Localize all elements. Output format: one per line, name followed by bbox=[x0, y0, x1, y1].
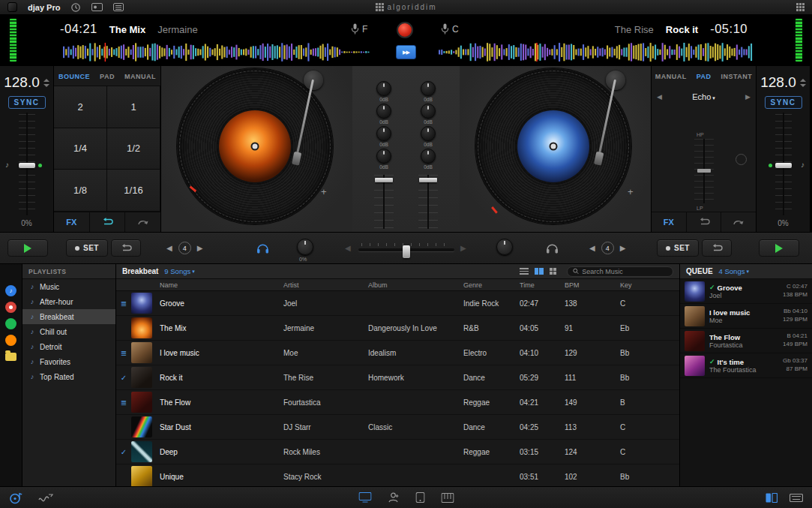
key-lock-icon[interactable]: ♪ bbox=[801, 161, 805, 169]
deck-b-sync-button[interactable]: SYNC bbox=[765, 96, 802, 109]
sidebar-item-after-hour[interactable]: ♪After-hour bbox=[22, 294, 115, 309]
fader-handle[interactable] bbox=[375, 178, 393, 182]
eq-knob[interactable] bbox=[421, 104, 436, 119]
djay-logo-icon[interactable] bbox=[9, 491, 23, 504]
deck-a-time-remaining[interactable]: -04:21 bbox=[60, 22, 97, 36]
channel-b-fader[interactable] bbox=[418, 175, 438, 229]
key-lock-icon[interactable]: ♪ bbox=[5, 161, 9, 169]
mic-icon[interactable] bbox=[351, 23, 359, 35]
column-header-name[interactable]: Name bbox=[160, 281, 283, 289]
queue-count-dropdown[interactable]: 4 Songs▾ bbox=[719, 267, 749, 275]
deck-b-waveform[interactable] bbox=[439, 43, 754, 62]
fx-mix-knob[interactable] bbox=[496, 239, 513, 255]
deck-b-play-button[interactable] bbox=[759, 239, 799, 257]
crossfader-handle[interactable] bbox=[403, 245, 410, 258]
deck-a-slip-button[interactable] bbox=[125, 212, 160, 232]
user-profile-icon[interactable] bbox=[388, 492, 399, 503]
tab-manual[interactable]: MANUAL bbox=[655, 73, 687, 80]
queue-item-groove[interactable]: ✓GrooveJoelC 02:47138 BPM bbox=[680, 279, 812, 304]
vinyl-source-icon[interactable] bbox=[5, 302, 16, 313]
next-effect-arrow[interactable]: ▶ bbox=[745, 93, 751, 101]
deck-b-cue-set-button[interactable]: SET bbox=[657, 239, 699, 257]
files-source-icon[interactable] bbox=[5, 353, 16, 361]
bpm-stepper[interactable] bbox=[800, 79, 806, 87]
fade-prev-icon[interactable]: ◀ bbox=[345, 244, 351, 252]
spotify-source-icon[interactable] bbox=[5, 318, 16, 329]
loop-pad-1[interactable]: 1 bbox=[107, 86, 160, 128]
device-icon[interactable] bbox=[415, 492, 424, 503]
loop-pad-1-4[interactable]: 1/4 bbox=[54, 128, 107, 170]
eq-knob[interactable] bbox=[376, 126, 391, 141]
pitch-slider-handle[interactable] bbox=[775, 163, 792, 168]
bpm-stepper[interactable] bbox=[43, 79, 49, 87]
tab-instant[interactable]: INSTANT bbox=[721, 73, 753, 80]
deck-a-sync-button[interactable]: SYNC bbox=[8, 96, 46, 109]
tab-pad[interactable]: PAD bbox=[100, 73, 115, 80]
deck-b-time-remaining[interactable]: -05:10 bbox=[710, 22, 748, 36]
track-row-deep[interactable]: ✓DeepRock MilesReggae03:15124C bbox=[116, 440, 679, 464]
deck-a-pitch-slider[interactable]: ♪ bbox=[0, 113, 53, 215]
loop-pad-1-2[interactable]: 1/2 bbox=[107, 128, 160, 170]
track-row-groove[interactable]: ≣GrooveJoelIndie Rock02:47138C bbox=[116, 291, 679, 316]
column-header-key[interactable]: Key bbox=[620, 281, 679, 289]
beat-jump-back[interactable]: ◀ bbox=[166, 244, 172, 252]
pitch-slider-handle[interactable] bbox=[19, 163, 35, 168]
tab-manual[interactable]: MANUAL bbox=[124, 73, 156, 80]
eq-knob[interactable] bbox=[421, 81, 436, 96]
deck-a-waveform[interactable] bbox=[63, 43, 372, 62]
filter-handle[interactable] bbox=[697, 169, 711, 173]
record-button[interactable] bbox=[397, 22, 413, 38]
sidebar-item-chill-out[interactable]: ♪Chill out bbox=[22, 324, 115, 339]
loop-pad-1-16[interactable]: 1/16 bbox=[107, 170, 160, 212]
beat-jump-amount[interactable]: 4 bbox=[178, 242, 191, 254]
prev-effect-arrow[interactable]: ◀ bbox=[657, 93, 662, 101]
panels-toggle-icon[interactable] bbox=[766, 493, 778, 503]
search-input[interactable] bbox=[582, 268, 667, 275]
beat-jump-fwd[interactable]: ▶ bbox=[197, 244, 203, 252]
queue-item-it-s-time[interactable]: ✓It's timeThe FourtasticaGb 03:3787 BPM bbox=[680, 353, 812, 378]
track-row-the-mix[interactable]: The MixJermaineDangerously In LoveR&B04:… bbox=[116, 316, 679, 341]
column-header-album[interactable]: Album bbox=[368, 281, 463, 289]
library-view-icon[interactable] bbox=[113, 3, 124, 11]
fader-handle[interactable] bbox=[419, 178, 437, 182]
sidebar-item-top-rated[interactable]: ♪Top Rated bbox=[22, 369, 115, 384]
soundcloud-source-icon[interactable] bbox=[5, 335, 16, 346]
column-header-genre[interactable]: Genre bbox=[463, 281, 520, 289]
automix-icon[interactable] bbox=[38, 493, 53, 503]
deck-a-loop-button[interactable] bbox=[111, 239, 141, 257]
eq-knob[interactable] bbox=[376, 81, 391, 96]
automix-next-button[interactable]: ▶▶ bbox=[396, 45, 416, 59]
songs-count-dropdown[interactable]: 9 Songs▾ bbox=[164, 267, 194, 275]
deck-b-slip-button[interactable] bbox=[721, 212, 756, 232]
tab-bounce[interactable]: BOUNCE bbox=[58, 73, 90, 80]
decks-view-icon[interactable] bbox=[91, 3, 103, 11]
deck-a-headphone-cue-icon[interactable] bbox=[256, 243, 269, 255]
cue-mix-knob[interactable] bbox=[297, 239, 313, 255]
sidebar-item-music[interactable]: ♪Music bbox=[22, 279, 115, 294]
loop-pad-1-8[interactable]: 1/8 bbox=[54, 170, 107, 212]
tab-pad[interactable]: PAD bbox=[697, 73, 712, 80]
track-row-star-dust[interactable]: Star DustDJ StarrClassicDance04:25113C bbox=[116, 415, 679, 440]
deck-b-pitch-slider[interactable]: ♪ bbox=[757, 113, 810, 215]
eq-knob[interactable] bbox=[376, 149, 391, 164]
sidebar-item-detroit[interactable]: ♪Detroit bbox=[22, 339, 115, 354]
fx-amount-knob[interactable] bbox=[736, 154, 747, 165]
sort-list-icon[interactable] bbox=[520, 268, 529, 275]
sidebar-item-breakbeat[interactable]: ♪Breakbeat bbox=[22, 309, 115, 324]
track-row-the-flow[interactable]: ≣The FlowFourtasticaReggae04:21149B bbox=[116, 390, 679, 415]
beat-jump-amount[interactable]: 4 bbox=[601, 242, 614, 254]
deck-b-headphone-cue-icon[interactable] bbox=[546, 243, 559, 255]
deck-b-bpm-value[interactable]: 128.0 bbox=[760, 74, 796, 91]
track-row-unique[interactable]: UniqueStacy Rock03:51102Bb bbox=[116, 464, 679, 486]
crossfader[interactable] bbox=[358, 243, 454, 251]
deck-b-loop-button[interactable] bbox=[687, 212, 722, 232]
column-view-icon[interactable] bbox=[535, 268, 544, 275]
channel-a-fader[interactable] bbox=[374, 175, 394, 229]
grid-view-icon[interactable] bbox=[550, 268, 557, 275]
midi-controller-icon[interactable] bbox=[441, 493, 454, 503]
deck-a-loop-button[interactable] bbox=[90, 212, 126, 232]
fade-next-icon[interactable]: ▶ bbox=[460, 244, 466, 252]
sidebar-item-favorites[interactable]: ♪Favorites bbox=[22, 354, 115, 369]
track-row-i-love-music[interactable]: ≣I love musicMoeIdealismElectro04:10129B… bbox=[116, 341, 679, 365]
deck-a-cue-set-button[interactable]: SET bbox=[66, 239, 108, 257]
